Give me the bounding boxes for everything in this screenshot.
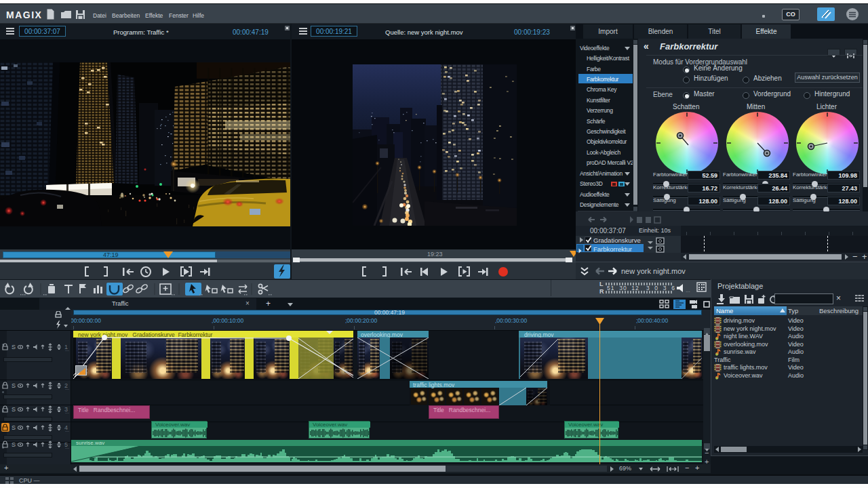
svg-text:S: S xyxy=(12,441,16,448)
svg-text:S: S xyxy=(12,382,16,389)
svg-text:S: S xyxy=(12,424,16,431)
svg-text:S: S xyxy=(12,344,16,350)
svg-text:S: S xyxy=(12,406,16,413)
